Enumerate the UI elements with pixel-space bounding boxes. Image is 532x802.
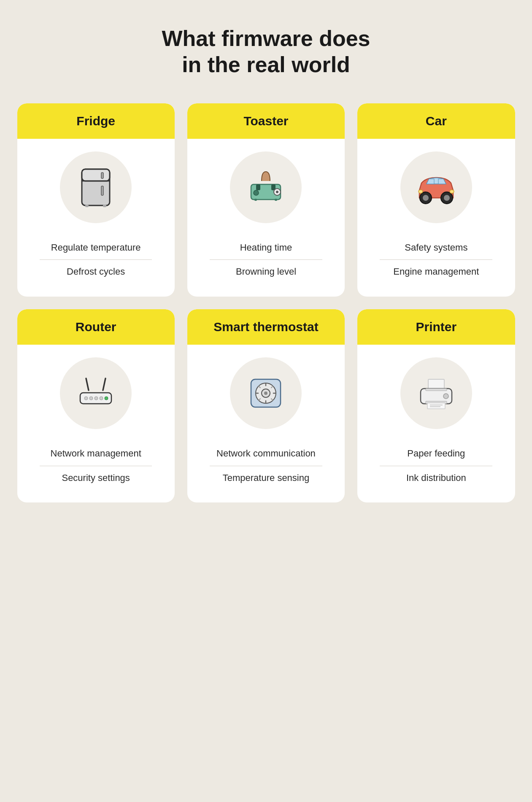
svg-point-40 bbox=[264, 392, 267, 395]
card-thermostat-body: Network communication Temperature sensin… bbox=[187, 345, 345, 502]
printer-feature1: Paper feeding bbox=[407, 442, 465, 466]
svg-point-12 bbox=[254, 190, 259, 195]
fridge-feature2: Defrost cycles bbox=[67, 260, 125, 284]
card-fridge-title: Fridge bbox=[76, 114, 115, 128]
svg-point-20 bbox=[450, 190, 454, 193]
car-feature1: Safety systems bbox=[405, 236, 467, 260]
router-feature1: Network management bbox=[51, 442, 141, 466]
card-printer-body: Paper feeding Ink distribution bbox=[357, 345, 515, 502]
card-printer: Printer bbox=[357, 309, 515, 502]
svg-point-28 bbox=[105, 397, 108, 400]
svg-rect-14 bbox=[275, 199, 277, 201]
card-toaster-header: Toaster bbox=[187, 103, 345, 139]
svg-point-19 bbox=[419, 190, 423, 193]
card-printer-header: Printer bbox=[357, 309, 515, 345]
card-car: Car bbox=[357, 103, 515, 297]
svg-rect-8 bbox=[256, 184, 260, 190]
fridge-icon bbox=[73, 164, 119, 211]
svg-rect-43 bbox=[426, 389, 447, 391]
router-icon-circle bbox=[60, 357, 132, 429]
svg-point-48 bbox=[443, 394, 448, 399]
svg-rect-6 bbox=[103, 205, 106, 207]
card-router-header: Router bbox=[17, 309, 175, 345]
card-toaster-body: Heating time Browning level bbox=[187, 139, 345, 297]
fridge-icon-circle bbox=[60, 151, 132, 223]
svg-point-26 bbox=[95, 397, 98, 400]
card-router-title: Router bbox=[76, 320, 116, 334]
car-feature2: Engine management bbox=[393, 260, 479, 284]
thermostat-icon-circle bbox=[230, 357, 302, 429]
svg-rect-4 bbox=[101, 186, 103, 195]
svg-point-27 bbox=[100, 397, 103, 400]
thermostat-feature1: Network communication bbox=[216, 442, 316, 466]
svg-line-22 bbox=[103, 378, 105, 390]
router-feature2: Security settings bbox=[62, 466, 130, 490]
printer-icon bbox=[413, 370, 459, 416]
card-thermostat: Smart thermostat bbox=[187, 309, 345, 502]
thermostat-icon bbox=[243, 370, 289, 416]
card-fridge: Fridge Re bbox=[17, 103, 175, 297]
svg-point-18 bbox=[444, 195, 450, 201]
toaster-icon-circle bbox=[230, 151, 302, 223]
toaster-feature2: Browning level bbox=[236, 260, 296, 284]
svg-rect-1 bbox=[82, 169, 110, 181]
toaster-feature1: Heating time bbox=[240, 236, 292, 260]
router-icon bbox=[73, 370, 119, 416]
svg-rect-41 bbox=[428, 379, 444, 389]
cards-grid: Fridge Re bbox=[17, 103, 515, 502]
card-car-header: Car bbox=[357, 103, 515, 139]
thermostat-feature2: Temperature sensing bbox=[223, 466, 309, 490]
page-title: What firmware does in the real world bbox=[162, 25, 370, 78]
card-toaster-title: Toaster bbox=[243, 114, 288, 128]
printer-icon-circle bbox=[400, 357, 472, 429]
toaster-icon bbox=[243, 164, 289, 211]
card-toaster: Toaster bbox=[187, 103, 345, 297]
card-fridge-header: Fridge bbox=[17, 103, 175, 139]
svg-point-16 bbox=[423, 195, 429, 201]
fridge-feature1: Regulate temperature bbox=[51, 236, 141, 260]
svg-point-11 bbox=[276, 191, 278, 193]
svg-line-21 bbox=[86, 378, 89, 390]
svg-rect-13 bbox=[254, 199, 257, 201]
svg-point-25 bbox=[89, 397, 93, 400]
card-thermostat-title: Smart thermostat bbox=[213, 320, 318, 334]
card-car-body: Safety systems Engine management bbox=[357, 139, 515, 297]
svg-rect-3 bbox=[101, 173, 103, 178]
card-router: Router Network management bbox=[17, 309, 175, 502]
card-printer-title: Printer bbox=[416, 320, 456, 334]
car-icon-circle bbox=[400, 151, 472, 223]
card-thermostat-header: Smart thermostat bbox=[187, 309, 345, 345]
card-router-body: Network management Security settings bbox=[17, 345, 175, 502]
svg-point-24 bbox=[84, 397, 88, 400]
car-icon bbox=[413, 164, 459, 211]
svg-rect-45 bbox=[427, 403, 445, 409]
svg-rect-5 bbox=[85, 205, 89, 207]
card-fridge-body: Regulate temperature Defrost cycles bbox=[17, 139, 175, 297]
printer-feature2: Ink distribution bbox=[406, 466, 466, 490]
card-car-title: Car bbox=[426, 114, 447, 128]
